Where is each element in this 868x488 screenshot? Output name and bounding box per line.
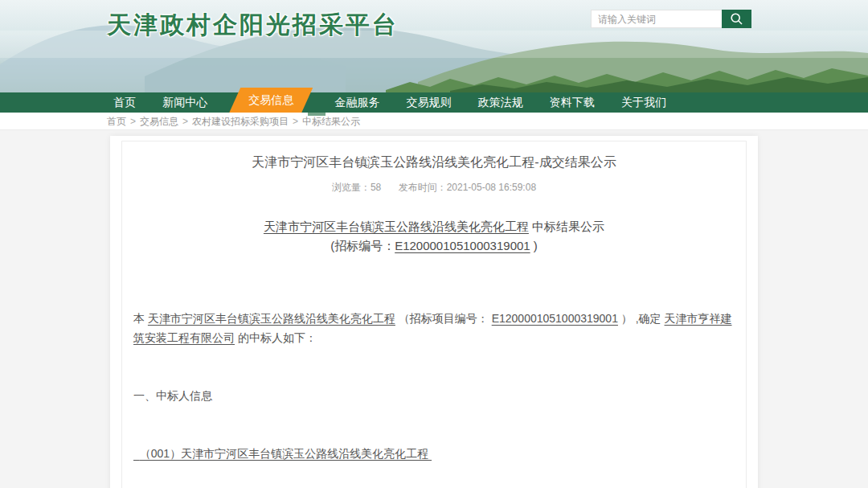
intro-post: 的中标人如下： [235,331,317,344]
publish-time: 2021-05-08 16:59:08 [447,182,536,193]
intro-mid2: ） ,确定 [618,312,665,325]
intro-mid1: （招标项目编号： [395,312,492,325]
result-subtitle: 天津市宁河区丰台镇滨玉公路线沿线美化亮化工程 中标结果公示 [133,217,735,236]
main-nav-inner: 首页 新闻中心 交易信息 金融服务 交易规则 政策法规 资料下载 关于我们 [108,92,671,113]
breadcrumb-item-rural-projects[interactable]: 农村建设招标采购项目 [192,116,289,127]
content-wrapper: 天津市宁河区丰台镇滨玉公路线沿线美化亮化工程-成交结果公示 浏览量：58 发布时… [110,136,758,488]
search-icon [730,12,743,26]
publish-time-label: 发布时间： [399,182,447,193]
site-title: 天津政村企阳光招采平台 [107,9,399,42]
search-box [591,10,751,28]
section1-title: 一、中标人信息 [133,386,735,405]
nav-item-about[interactable]: 关于我们 [616,92,671,113]
nav-item-trade-rules[interactable]: 交易规则 [402,92,457,113]
breadcrumb-item-home[interactable]: 首页 [107,116,126,127]
search-input[interactable] [591,10,722,28]
subtitle-suffix: 中标结果公示 [529,219,604,233]
bid-number-prefix: (招标编号： [330,239,395,252]
nav-item-policy[interactable]: 政策法规 [473,92,528,113]
nav-item-news[interactable]: 新闻中心 [158,92,212,113]
nav-item-home[interactable]: 首页 [108,92,141,113]
search-button[interactable] [722,10,751,28]
bid-number-line: (招标编号：E1200001051000319001 ) [133,236,735,256]
nav-item-trade-info[interactable]: 交易信息 [229,88,313,113]
breadcrumb-item-trade-info[interactable]: 交易信息 [140,116,178,127]
nav-item-finance[interactable]: 金融服务 [330,92,384,113]
section1-item: （001）天津市宁河区丰台镇滨玉公路线沿线美化亮化工程 [133,444,735,463]
views-label: 浏览量： [332,182,371,193]
views-count: 58 [371,182,381,193]
bid-number: E1200001051000319001 [395,239,530,252]
breadcrumb-item-current: 中标结果公示 [302,116,360,127]
main-nav: 首页 新闻中心 交易信息 金融服务 交易规则 政策法规 资料下载 关于我们 [0,92,868,113]
nav-active-sub-indicator [308,113,326,116]
breadcrumb-separator: > [182,116,188,127]
announcement-body: 本 天津市宁河区丰台镇滨玉公路线沿线美化亮化工程 （招标项目编号： E12000… [133,270,735,488]
intro-project-name: 天津市宁河区丰台镇滨玉公路线沿线美化亮化工程 [148,312,395,325]
bid-number-suffix: ) [530,239,538,252]
intro-pre: 本 [133,312,148,325]
intro-project-number: E1200001051000319001 [492,312,618,325]
article-meta: 浏览量：58 发布时间：2021-05-08 16:59:08 [133,181,735,195]
intro-paragraph: 本 天津市宁河区丰台镇滨玉公路线沿线美化亮化工程 （招标项目编号： E12000… [133,309,735,347]
subtitle-project-name: 天津市宁河区丰台镇滨玉公路线沿线美化亮化工程 [264,219,529,233]
section1-item-text: （001）天津市宁河区丰台镇滨玉公路线沿线美化亮化工程 [133,447,432,460]
breadcrumb: 首页>交易信息>农村建设招标采购项目>中标结果公示 [0,113,868,130]
announcement-panel: 天津市宁河区丰台镇滨玉公路线沿线美化亮化工程-成交结果公示 浏览量：58 发布时… [121,141,747,488]
nav-item-downloads[interactable]: 资料下载 [545,92,600,113]
banner: 天津政村企阳光招采平台 [0,0,868,92]
page-title: 天津市宁河区丰台镇滨玉公路线沿线美化亮化工程-成交结果公示 [133,154,735,171]
breadcrumb-separator: > [130,116,136,127]
breadcrumb-separator: > [293,116,298,127]
